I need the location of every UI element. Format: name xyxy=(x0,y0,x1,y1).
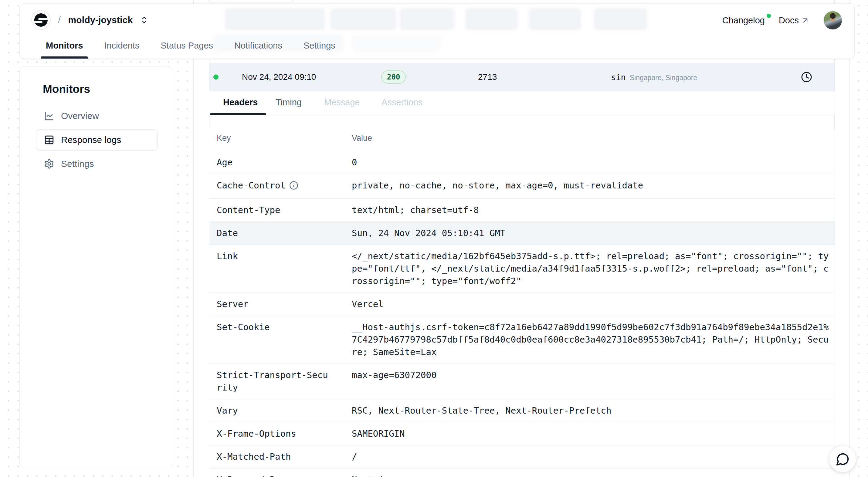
frame-border-left xyxy=(193,0,194,477)
changelog-link[interactable]: Changelog xyxy=(722,15,765,26)
line-chart-icon xyxy=(44,111,54,121)
header-value: SAMEORIGIN xyxy=(352,427,830,440)
header-row-x-powered-by: X-Powered-ByNext.js xyxy=(209,469,835,477)
status-success-dot xyxy=(213,75,219,80)
detail-tab-message: Message xyxy=(324,97,360,107)
header-key: Content-Type xyxy=(217,204,330,216)
arrow-up-right-icon xyxy=(801,17,809,25)
sidebar-item-label: Overview xyxy=(61,111,99,121)
header-value: __Host-authjs.csrf-token=c8f72a16eb6427a… xyxy=(352,321,830,358)
header-value: private, no-cache, no-store, max-age=0, … xyxy=(352,179,830,193)
ghost-blob xyxy=(352,35,440,52)
header-row-server: ServerVercel xyxy=(209,293,835,316)
gear-icon xyxy=(44,159,54,169)
header-value: text/html; charset=utf-8 xyxy=(352,204,830,216)
header-row-strict-transport-security: Strict-Transport-Securitymax-age=6307200… xyxy=(209,364,835,399)
clock-icon xyxy=(801,72,812,83)
header-tabs: MonitorsIncidentsStatus PagesNotificatio… xyxy=(45,41,336,59)
column-header-key: Key xyxy=(217,133,330,143)
header-key: Cache-Control xyxy=(217,179,330,193)
header-row-x-frame-options: X-Frame-OptionsSAMEORIGIN xyxy=(209,422,835,445)
ghost-blob xyxy=(225,8,325,30)
sidebar-item-label: Response logs xyxy=(61,135,121,145)
header-value: Next.js xyxy=(352,474,830,477)
table-body: Age0Cache-Controlprivate, no-cache, no-s… xyxy=(209,151,835,477)
header-key: Vary xyxy=(217,405,330,417)
frame-border-right xyxy=(849,0,850,477)
sidebar-title: Monitors xyxy=(43,83,90,96)
log-latency: 2713 xyxy=(478,72,497,82)
status-code-badge: 200 xyxy=(381,70,406,84)
message-circle-icon xyxy=(836,452,850,466)
header-row-date: DateSun, 24 Nov 2024 05:10:41 GMT xyxy=(209,222,835,245)
active-tab-underline xyxy=(210,113,266,115)
log-timestamp: Nov 24, 2024 09:10 xyxy=(242,72,316,82)
header-row-content-type: Content-Typetext/html; charset=utf-8 xyxy=(209,199,835,222)
header-key: Age xyxy=(217,156,330,169)
column-header-value: Value xyxy=(352,133,372,143)
detail-tab-timing[interactable]: Timing xyxy=(276,97,302,107)
header-tab-notifications[interactable]: Notifications xyxy=(234,41,283,59)
header-row-age: Age0 xyxy=(209,151,835,174)
header-row-link: Link</_next/static/media/162bf645eb375ad… xyxy=(209,245,835,293)
header-tab-status-pages[interactable]: Status Pages xyxy=(160,41,214,59)
header-key: Server xyxy=(217,298,330,310)
ghost-blob xyxy=(465,8,518,30)
header-row-x-matched-path: X-Matched-Path/ xyxy=(209,445,835,469)
ghost-blob xyxy=(594,8,647,30)
header-value: </_next/static/media/162bf645eb375add-s.… xyxy=(352,250,830,287)
dot-grid-background-right xyxy=(850,0,868,477)
header-row-vary: VaryRSC, Next-Router-State-Tree, Next-Ro… xyxy=(209,399,835,422)
info-icon[interactable] xyxy=(289,181,298,193)
user-avatar[interactable] xyxy=(824,11,842,30)
support-chat-button[interactable] xyxy=(829,445,856,472)
region-name: Singapore, Singapore xyxy=(630,74,698,82)
region-code: sin xyxy=(611,72,626,82)
response-log-row[interactable]: Nov 24, 2024 09:10 200 2713 sin Singapor… xyxy=(209,63,835,91)
brand-breadcrumb: / moldy-joystick xyxy=(31,10,148,30)
header-tab-settings[interactable]: Settings xyxy=(303,41,336,59)
header-tab-monitors[interactable]: Monitors xyxy=(45,41,84,59)
header-tab-incidents[interactable]: Incidents xyxy=(103,41,140,59)
detail-tab-assertions: Assertions xyxy=(381,97,423,107)
changelog-notification-dot xyxy=(767,14,771,18)
app-canvas: Nov 24, 2024 09:10 200 2713 sin Singapor… xyxy=(0,0,868,477)
header-value: Vercel xyxy=(352,298,830,310)
header-actions: Changelog Docs xyxy=(722,11,842,30)
header-key: X-Powered-By xyxy=(217,474,330,477)
table-header-row: Key Value xyxy=(209,129,835,151)
sidebar-item-overview[interactable]: Overview xyxy=(36,105,157,127)
header-value: 0 xyxy=(352,156,830,169)
header-key: Set-Cookie xyxy=(217,321,330,358)
ghost-blob xyxy=(331,8,396,30)
sidebar-item-label: Settings xyxy=(61,159,94,169)
table-icon xyxy=(44,135,54,145)
scrolled-element-fragment xyxy=(208,0,294,2)
chevrons-up-down-icon[interactable] xyxy=(140,16,148,24)
header-value: Sun, 24 Nov 2024 05:10:41 GMT xyxy=(352,227,830,240)
header-value: RSC, Next-Router-State-Tree, Next-Router… xyxy=(352,405,830,417)
detail-tab-headers[interactable]: Headers xyxy=(223,97,258,107)
header-key: X-Matched-Path xyxy=(217,451,330,463)
docs-link[interactable]: Docs xyxy=(779,15,809,26)
sidebar-item-response-logs[interactable]: Response logs xyxy=(36,129,157,151)
sidebar: Monitors OverviewResponse logsSettings xyxy=(20,66,173,467)
header-value: max-age=63072000 xyxy=(352,369,830,394)
openstatus-logo[interactable] xyxy=(31,10,51,30)
header-key: Strict-Transport-Security xyxy=(217,369,330,394)
header-key: Link xyxy=(217,250,330,287)
header-key: Date xyxy=(217,227,330,240)
sidebar-item-settings[interactable]: Settings xyxy=(36,153,157,174)
header-key: X-Frame-Options xyxy=(217,427,330,440)
ghost-blob xyxy=(400,8,454,30)
header-value: / xyxy=(352,451,830,463)
top-navigation-card: / moldy-joystick Changelog Docs Monitors… xyxy=(20,3,855,59)
response-headers-table: Key Value Age0Cache-Controlprivate, no-c… xyxy=(209,129,835,477)
header-row-cache-control: Cache-Controlprivate, no-cache, no-store… xyxy=(209,174,835,199)
sidebar-nav: OverviewResponse logsSettings xyxy=(36,105,157,177)
log-detail-tabs: HeadersTimingMessageAssertions xyxy=(209,91,835,115)
breadcrumb-slash: / xyxy=(58,14,61,26)
log-region: sin Singapore, Singapore xyxy=(611,72,697,82)
header-row-set-cookie: Set-Cookie__Host-authjs.csrf-token=c8f72… xyxy=(209,316,835,364)
project-name[interactable]: moldy-joystick xyxy=(68,15,133,25)
